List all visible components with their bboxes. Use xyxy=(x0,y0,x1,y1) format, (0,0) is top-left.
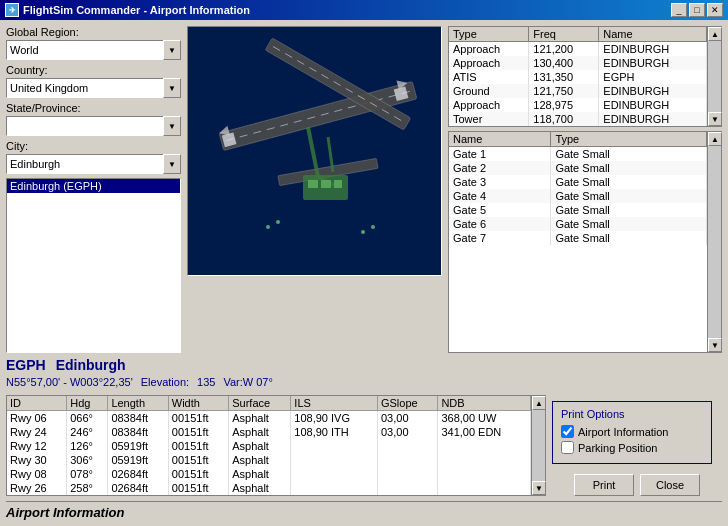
rwy-col-length: Length xyxy=(108,396,168,411)
gate-col-name: Name xyxy=(449,132,551,147)
svg-point-17 xyxy=(266,225,270,229)
city-select[interactable]: Edinburgh xyxy=(6,154,181,174)
table-row: Rwy 08078°02684ft00151ftAsphalt xyxy=(7,467,531,481)
table-row: Gate 4Gate Small xyxy=(449,189,707,203)
svg-point-18 xyxy=(276,220,280,224)
airport-coords: N55°57,00' - W003°22,35' xyxy=(6,376,133,388)
gate-scroll-track xyxy=(708,146,721,338)
global-region-label: Global Region: xyxy=(6,26,181,38)
gate-scrollbar[interactable]: ▲ ▼ xyxy=(707,132,721,352)
button-row: Print Close xyxy=(552,474,722,496)
print-options-box: Print Options Airport Information Parkin… xyxy=(552,401,712,464)
gate-table: Name Type Gate 1Gate SmallGate 2Gate Sma… xyxy=(449,132,707,245)
minimize-button[interactable]: _ xyxy=(671,3,687,17)
gate-scroll-down[interactable]: ▼ xyxy=(708,338,722,352)
table-row: Approach128,975EDINBURGH xyxy=(449,98,707,112)
svg-rect-12 xyxy=(308,180,318,188)
gate-col-type: Type xyxy=(551,132,707,147)
airport-icao: EGPH xyxy=(6,357,46,373)
svg-point-19 xyxy=(361,230,365,234)
print-options-title: Print Options xyxy=(561,408,703,420)
left-panel: Global Region: World ▼ Country: United K… xyxy=(6,26,181,353)
table-row: Rwy 24246°08384ft00151ftAsphalt108,90 IT… xyxy=(7,425,531,439)
freq-col-type: Type xyxy=(449,27,529,42)
table-row: Gate 5Gate Small xyxy=(449,203,707,217)
table-row: Gate 3Gate Small xyxy=(449,175,707,189)
airport-listbox[interactable]: Edinburgh (EGPH) xyxy=(6,178,181,353)
table-row: Ground121,750EDINBURGH xyxy=(449,84,707,98)
global-region-select[interactable]: World xyxy=(6,40,181,60)
global-region-group: Global Region: World ▼ xyxy=(6,26,181,60)
window-title: FlightSim Commander - Airport Informatio… xyxy=(23,4,250,16)
airport-map xyxy=(187,26,442,276)
table-row: Gate 6Gate Small xyxy=(449,217,707,231)
city-label: City: xyxy=(6,140,181,152)
rwy-col-id: ID xyxy=(7,396,67,411)
city-group: City: Edinburgh ▼ xyxy=(6,140,181,174)
list-item[interactable]: Edinburgh (EGPH) xyxy=(7,179,180,193)
freq-col-freq: Freq xyxy=(529,27,599,42)
table-row: Tower118,700EDINBURGH xyxy=(449,112,707,126)
runway-scroll-track xyxy=(532,410,545,481)
airport-info-checkbox[interactable] xyxy=(561,425,574,438)
parking-position-checkbox-row: Parking Position xyxy=(561,441,703,454)
runway-table: ID Hdg Length Width Surface ILS GSlope N… xyxy=(7,396,531,495)
table-row: Approach121,200EDINBURGH xyxy=(449,42,707,57)
bottom-row: ID Hdg Length Width Surface ILS GSlope N… xyxy=(6,395,722,496)
airport-info-label: Airport Information xyxy=(578,426,668,438)
runway-scroll-up[interactable]: ▲ xyxy=(532,396,546,410)
freq-scroll-down[interactable]: ▼ xyxy=(708,112,722,126)
state-group: State/Province: ▼ xyxy=(6,102,181,136)
bottom-label: Airport Information xyxy=(6,503,124,520)
freq-col-name: Name xyxy=(599,27,707,42)
country-group: Country: United Kingdom ▼ xyxy=(6,64,181,98)
maximize-button[interactable]: □ xyxy=(689,3,705,17)
print-button[interactable]: Print xyxy=(574,474,634,496)
parking-position-checkbox[interactable] xyxy=(561,441,574,454)
rwy-col-ndb: NDB xyxy=(438,396,531,411)
rwy-col-ils: ILS xyxy=(291,396,378,411)
table-row: Rwy 06066°08384ft00151ftAsphalt108,90 IV… xyxy=(7,411,531,426)
svg-rect-14 xyxy=(334,180,342,188)
close-button[interactable]: Close xyxy=(640,474,700,496)
table-row: Gate 2Gate Small xyxy=(449,161,707,175)
table-row: Rwy 26258°02684ft00151ftAsphalt xyxy=(7,481,531,495)
elevation-label: Elevation: xyxy=(141,376,189,388)
table-row: Rwy 30306°05919ft00151ftAsphalt xyxy=(7,453,531,467)
freq-table: Type Freq Name Approach121,200EDINBURGHA… xyxy=(449,27,707,126)
airport-info-checkbox-row: Airport Information xyxy=(561,425,703,438)
rwy-col-hdg: Hdg xyxy=(67,396,108,411)
svg-point-20 xyxy=(371,225,375,229)
runway-scroll-down[interactable]: ▼ xyxy=(532,481,546,495)
runway-scrollbar[interactable]: ▲ ▼ xyxy=(531,396,545,495)
table-row: Rwy 12126°05919ft00151ftAsphalt xyxy=(7,439,531,453)
table-row: Gate 7Gate Small xyxy=(449,231,707,245)
freq-scroll-up[interactable]: ▲ xyxy=(708,27,722,41)
main-container: Global Region: World ▼ Country: United K… xyxy=(0,20,728,526)
svg-rect-13 xyxy=(321,180,331,188)
parking-position-label: Parking Position xyxy=(578,442,658,454)
rwy-col-width: Width xyxy=(168,396,228,411)
country-select[interactable]: United Kingdom xyxy=(6,78,181,98)
title-bar: ✈ FlightSim Commander - Airport Informat… xyxy=(0,0,728,20)
bottom-info: EGPH Edinburgh N55°57,00' - W003°22,35' … xyxy=(6,357,722,520)
var-label: Var:W 07° xyxy=(223,376,272,388)
app-icon: ✈ xyxy=(5,3,19,17)
freq-scroll-track xyxy=(708,41,721,112)
table-row: Approach130,400EDINBURGH xyxy=(449,56,707,70)
table-row: ATIS131,350EGPH xyxy=(449,70,707,84)
rwy-col-gslope: GSlope xyxy=(377,396,437,411)
elevation-value: 135 xyxy=(197,376,215,388)
close-button[interactable]: ✕ xyxy=(707,3,723,17)
runway-section: ID Hdg Length Width Surface ILS GSlope N… xyxy=(6,395,546,496)
airport-name: Edinburgh xyxy=(56,357,126,373)
state-select[interactable] xyxy=(6,116,181,136)
table-row: Gate 1Gate Small xyxy=(449,147,707,162)
center-panel xyxy=(187,26,442,353)
state-label: State/Province: xyxy=(6,102,181,114)
rwy-col-surface: Surface xyxy=(229,396,291,411)
gate-scroll-up[interactable]: ▲ xyxy=(708,132,722,146)
freq-scrollbar[interactable]: ▲ ▼ xyxy=(707,27,721,126)
right-panel: Type Freq Name Approach121,200EDINBURGHA… xyxy=(448,26,722,353)
country-label: Country: xyxy=(6,64,181,76)
